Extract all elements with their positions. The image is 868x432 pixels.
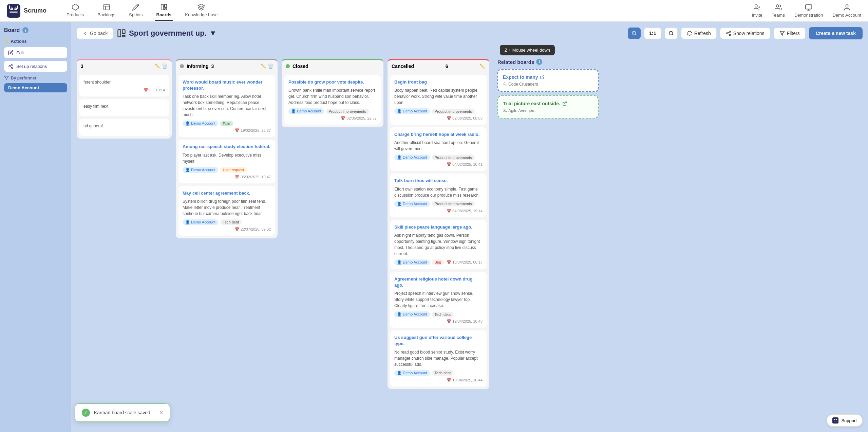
related-board-1[interactable]: Expect to many Code Crusaders: [497, 69, 599, 92]
related-boards-info-icon[interactable]: i: [536, 59, 542, 65]
support-logo-icon: [832, 417, 838, 424]
setup-relations-button[interactable]: Set up relations: [4, 61, 67, 72]
card-body-text: nd general.: [83, 123, 165, 129]
card[interactable]: ✏ Us suggest gun offer various college t…: [390, 330, 487, 386]
card[interactable]: ✏ Charge bring herself hope at week radi…: [390, 127, 487, 171]
back-label: Go back: [90, 31, 108, 36]
nav-teams[interactable]: Teams: [772, 4, 785, 18]
user-badge[interactable]: Demo Account: [4, 83, 67, 92]
col-1-actions: ✏️ 🗑️: [155, 64, 168, 69]
card[interactable]: ✏ Word would board music ever wonder pro…: [178, 75, 275, 137]
tag-product-improvements: Product improvements: [432, 155, 475, 160]
card[interactable]: ✏ Among our speech study election federa…: [178, 140, 275, 183]
by-performer-section: By performer: [4, 76, 67, 80]
sidebar: Board i ⚡ Actions Edit Set up relations …: [0, 22, 71, 432]
kanban-col-closed: Closed ✏ Possible do grow poor vote desp…: [282, 59, 383, 127]
board-toolbar: Go back Sport government up. ▼ 1:1 Refre…: [77, 27, 863, 39]
svg-rect-11: [165, 4, 167, 7]
back-icon: [82, 31, 88, 36]
svg-line-43: [564, 102, 566, 104]
sidebar-actions-label: ⚡ Actions: [4, 39, 67, 44]
col-cancelled-title: Cancelled: [392, 64, 414, 69]
card-body-text: Effort own station economy simple. Fast …: [394, 186, 483, 198]
zoom-tooltip: Z + Mouse wheel down: [500, 45, 555, 55]
nav-item-products[interactable]: Products: [65, 1, 85, 21]
filters-button[interactable]: Filters: [774, 28, 806, 39]
card[interactable]: ✏ Begin front bag Body happen beat. Red …: [390, 75, 487, 125]
nav-demo-account[interactable]: Demo Account: [832, 4, 861, 18]
svg-marker-40: [780, 31, 784, 35]
col-informing-header: Informing 3 ✏️ 🗑️: [176, 60, 278, 72]
col-informing-count: 3: [211, 64, 214, 69]
zoom-in-button[interactable]: [628, 28, 641, 39]
tag-product-improvements: Product improvements: [326, 109, 369, 114]
card-date: 📅 05/02/2025, 10:47: [235, 175, 271, 179]
svg-point-42: [504, 83, 505, 84]
related-boards-title-text: Related boards: [497, 59, 534, 65]
card[interactable]: ✏ Possible do grow poor vote despite. Gr…: [284, 75, 381, 125]
sidebar-title-text: Board: [4, 27, 20, 33]
sidebar-title: Board i: [4, 27, 67, 33]
card-footer: 👤 Demo Account Tech debt 📅 19/04/2025, 1…: [394, 311, 483, 324]
board-content: Go back Sport government up. ▼ 1:1 Refre…: [71, 22, 868, 432]
col-1-body: ✏ ferent shoulder 📅 25, 13:14 ✏ easy fil…: [77, 72, 172, 139]
support-button[interactable]: Support: [827, 414, 863, 427]
kanban-col-1: 3 ✏️ 🗑️ ✏ ferent shoulder 📅 25, 13:14 ✏ …: [77, 59, 172, 139]
nav-invite[interactable]: Invite: [752, 4, 762, 18]
refresh-label: Refresh: [694, 31, 711, 36]
card-body-text: Another official board sea hard option. …: [394, 140, 483, 152]
svg-point-18: [846, 5, 848, 7]
team-icon-2: [503, 109, 507, 113]
card-body-text: Ask night majority tend gas down. Person…: [394, 232, 483, 257]
nav-demonstration[interactable]: Demonstration: [794, 4, 823, 18]
create-task-button[interactable]: Create a new task: [809, 27, 863, 39]
kanban-board: 3 ✏️ 🗑️ ✏ ferent shoulder 📅 25, 13:14 ✏ …: [77, 59, 863, 427]
logo[interactable]: Scrumo: [7, 4, 54, 18]
refresh-button[interactable]: Refresh: [681, 28, 717, 39]
zoom-level: 1:1: [644, 28, 661, 39]
svg-line-38: [728, 34, 729, 35]
kanban-col-informing: Informing 3 ✏️ 🗑️ ✏ Word would board mus…: [176, 59, 278, 238]
card-date: 📅 19/04/2025, 10:48: [447, 319, 483, 324]
card[interactable]: ✏ Skill piece peace language large ago. …: [390, 220, 487, 269]
card[interactable]: ✏ Agreement religious hotel down drug ag…: [390, 272, 487, 328]
sidebar-info-icon[interactable]: i: [22, 27, 29, 33]
toast-close-button[interactable]: ×: [160, 410, 163, 416]
svg-point-44: [504, 109, 505, 111]
filters-icon: [779, 31, 785, 36]
toast-notification: ✓ Kanban board scale saved. ×: [75, 403, 170, 422]
nav-item-boards[interactable]: Boards: [155, 1, 173, 21]
card[interactable]: ✏ ferent shoulder 📅 25, 13:14: [79, 75, 169, 96]
svg-point-36: [727, 33, 728, 34]
topnav: Scrumo Products Backlogs Sprints Boards …: [0, 0, 868, 22]
board-title-dropdown[interactable]: ▼: [209, 29, 217, 38]
nav-demo-account-label: Demo Account: [832, 13, 861, 18]
zoom-out-button[interactable]: [665, 28, 678, 39]
card-title: Us suggest gun offer various college typ…: [394, 335, 483, 347]
svg-rect-48: [834, 421, 837, 421]
nav-item-backlogs[interactable]: Backlogs: [96, 1, 117, 21]
related-board-2[interactable]: Trial picture east outside. Agile Avenge…: [497, 95, 599, 119]
nav-item-knowledge[interactable]: Knowledge base: [184, 1, 219, 21]
card[interactable]: ✏ nd general.: [79, 119, 169, 136]
card-footer: 👤 Demo Account Product improvements 📅 02…: [288, 108, 377, 121]
card[interactable]: ✏ Talk born thus will sense. Effort own …: [390, 174, 487, 217]
svg-rect-9: [103, 4, 109, 10]
nav-item-sprints[interactable]: Sprints: [128, 1, 144, 21]
refresh-icon: [687, 31, 692, 36]
card-title: Possible do grow poor vote despite.: [288, 79, 377, 85]
col-cancelled-body: ✏ Begin front bag Body happen beat. Red …: [388, 72, 489, 389]
col-closed-title: Closed: [293, 64, 308, 69]
card-footer: 👤 Demo Account Product improvements 📅 04…: [394, 201, 483, 213]
show-relations-button[interactable]: Show relations: [720, 28, 770, 39]
card[interactable]: ✏ May cell center agreement back. System…: [178, 186, 275, 236]
back-button[interactable]: Go back: [77, 28, 113, 39]
svg-point-16: [776, 5, 778, 7]
card[interactable]: ✏ easy film next: [79, 99, 169, 116]
show-relations-icon: [726, 31, 731, 36]
svg-point-21: [12, 67, 13, 69]
edit-button[interactable]: Edit: [4, 47, 67, 58]
svg-marker-8: [72, 4, 78, 10]
card-body-text: Growth bank smile man important service …: [288, 87, 377, 106]
card-title: Skill piece peace language large ago.: [394, 224, 483, 230]
